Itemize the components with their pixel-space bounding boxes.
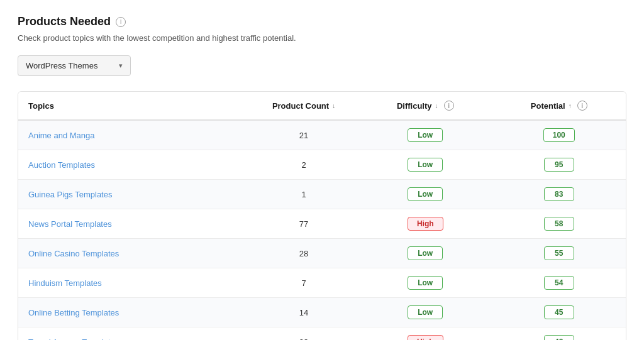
count-cell: 28 — [249, 239, 358, 268]
potential-header-label: Potential — [531, 101, 565, 111]
topic-link[interactable]: Anime and Manga — [28, 131, 95, 140]
count-sort-icon: ↓ — [332, 102, 335, 109]
difficulty-badge: Low — [408, 158, 443, 172]
potential-cell: 83 — [492, 180, 626, 209]
products-table: Topics Product Count ↓ Difficulty ↓ i — [18, 92, 626, 340]
page-subtitle: Check product topics with the lowest com… — [18, 33, 626, 43]
difficulty-badge: Low — [408, 305, 443, 319]
count-cell: 7 — [249, 268, 358, 298]
table-row: Hinduism Templates7Low54 — [18, 268, 626, 298]
potential-badge: 55 — [544, 246, 574, 260]
count-cell: 93 — [249, 327, 358, 341]
table-row: Guinea Pigs Templates1Low83 — [18, 180, 626, 209]
topic-link[interactable]: Hinduism Templates — [28, 278, 102, 288]
potential-badge: 45 — [544, 305, 574, 319]
topic-cell: Online Betting Templates — [18, 298, 249, 327]
potential-badge: 95 — [544, 158, 574, 172]
table-row: Online Casino Templates28Low55 — [18, 239, 626, 268]
potential-cell: 55 — [492, 239, 626, 268]
table-body: Anime and Manga21Low100Auction Templates… — [18, 120, 626, 340]
table-header-row: Topics Product Count ↓ Difficulty ↓ i — [18, 92, 626, 120]
difficulty-header-label: Difficulty — [397, 101, 432, 111]
table-row: News Portal Templates77High58 — [18, 209, 626, 239]
table-row: Travel Agency Templates93High42 — [18, 327, 626, 341]
potential-cell: 95 — [492, 150, 626, 180]
difficulty-badge: Low — [408, 246, 443, 260]
potential-badge: 83 — [544, 187, 574, 201]
table-row: Online Betting Templates14Low45 — [18, 298, 626, 327]
difficulty-cell: Low — [358, 120, 492, 150]
topic-cell: Hinduism Templates — [18, 268, 249, 298]
products-table-container: Topics Product Count ↓ Difficulty ↓ i — [18, 91, 626, 340]
count-cell: 14 — [249, 298, 358, 327]
difficulty-info-icon[interactable]: i — [444, 101, 454, 111]
page-title: Products Needed — [18, 15, 111, 28]
topic-link[interactable]: Online Casino Templates — [28, 249, 119, 258]
difficulty-cell: Low — [358, 150, 492, 180]
topics-header-label: Topics — [28, 101, 54, 111]
col-header-count[interactable]: Product Count ↓ — [249, 92, 358, 120]
col-header-topics: Topics — [18, 92, 249, 120]
dropdown-label: WordPress Themes — [26, 61, 97, 70]
topic-link[interactable]: Guinea Pigs Templates — [28, 190, 112, 199]
title-info-icon[interactable]: i — [116, 17, 126, 27]
topic-link[interactable]: Travel Agency Templates — [28, 337, 119, 341]
difficulty-badge: Low — [408, 276, 443, 290]
page-header: Products Needed i — [18, 15, 626, 28]
potential-sort-icon: ↑ — [569, 102, 572, 109]
topic-link[interactable]: News Portal Templates — [28, 219, 112, 229]
difficulty-cell: High — [358, 327, 492, 341]
difficulty-cell: Low — [358, 180, 492, 209]
count-header-label: Product Count — [272, 101, 329, 111]
potential-badge: 42 — [544, 335, 574, 340]
count-cell: 77 — [249, 209, 358, 239]
potential-badge: 58 — [544, 217, 574, 231]
chevron-down-icon: ▾ — [119, 62, 123, 70]
topic-cell: Anime and Manga — [18, 120, 249, 150]
difficulty-cell: High — [358, 209, 492, 239]
topic-cell: Guinea Pigs Templates — [18, 180, 249, 209]
potential-info-icon[interactable]: i — [577, 101, 587, 111]
topic-cell: Auction Templates — [18, 150, 249, 180]
topic-cell: Travel Agency Templates — [18, 327, 249, 341]
potential-cell: 54 — [492, 268, 626, 298]
difficulty-badge: Low — [408, 128, 443, 142]
potential-badge: 100 — [543, 128, 575, 142]
topic-link[interactable]: Online Betting Templates — [28, 308, 119, 317]
col-header-difficulty[interactable]: Difficulty ↓ i — [358, 92, 492, 120]
count-cell: 2 — [249, 150, 358, 180]
difficulty-cell: Low — [358, 239, 492, 268]
potential-cell: 100 — [492, 120, 626, 150]
topic-link[interactable]: Auction Templates — [28, 160, 95, 170]
difficulty-badge: Low — [408, 187, 443, 201]
potential-cell: 45 — [492, 298, 626, 327]
potential-badge: 54 — [544, 276, 574, 290]
difficulty-cell: Low — [358, 268, 492, 298]
count-cell: 21 — [249, 120, 358, 150]
category-dropdown[interactable]: WordPress Themes ▾ — [18, 55, 131, 76]
table-row: Anime and Manga21Low100 — [18, 120, 626, 150]
difficulty-cell: Low — [358, 298, 492, 327]
difficulty-sort-icon: ↓ — [435, 102, 438, 109]
topic-cell: News Portal Templates — [18, 209, 249, 239]
difficulty-badge: High — [408, 335, 443, 340]
potential-cell: 42 — [492, 327, 626, 341]
col-header-potential[interactable]: Potential ↑ i — [492, 92, 626, 120]
filter-dropdown-wrapper: WordPress Themes ▾ — [18, 55, 626, 76]
potential-cell: 58 — [492, 209, 626, 239]
count-cell: 1 — [249, 180, 358, 209]
topic-cell: Online Casino Templates — [18, 239, 249, 268]
difficulty-badge: High — [408, 217, 443, 231]
table-row: Auction Templates2Low95 — [18, 150, 626, 180]
